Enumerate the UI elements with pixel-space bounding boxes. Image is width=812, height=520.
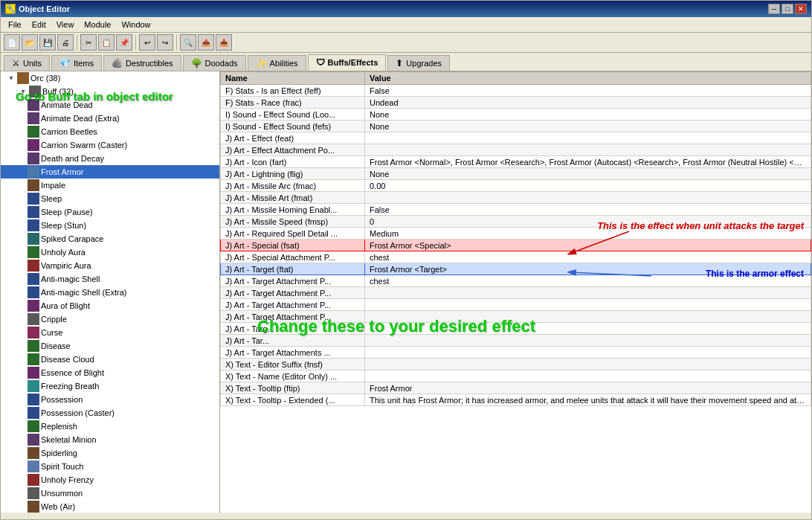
tree-item-carrion-beetles[interactable]: Carrion Beetles [1, 125, 219, 138]
tree-item-sleep[interactable]: Sleep [1, 192, 219, 205]
tree-item-disease-cloud[interactable]: Disease Cloud [1, 353, 219, 366]
table-row[interactable]: J) Art - Missile Art (fmat) [221, 192, 811, 204]
tab-buffs[interactable]: 🛡 Buffs/Effects [308, 54, 387, 71]
tab-items[interactable]: 💎 Items [51, 55, 102, 71]
tree-item-carrion-swarm[interactable]: Carrion Swarm (Caster) [1, 138, 219, 152]
table-row[interactable]: I) Sound - Effect Sound (fefs)None [221, 121, 811, 132]
menu-window[interactable]: Window [117, 19, 155, 31]
tree-buff-group[interactable]: ▼ Buff (32) [1, 85, 219, 98]
table-row[interactable]: J) Art - Tar... [221, 335, 811, 347]
table-row[interactable]: J) Art - Target Attachment P...chest [221, 275, 811, 287]
table-row[interactable]: J) Art - Target Attachment P... [221, 311, 811, 323]
tree-icon-11 [28, 246, 39, 258]
tree-item-animate-dead[interactable]: Animate Dead [1, 98, 219, 112]
tree-expander-orc[interactable]: ▼ [5, 72, 17, 84]
tree-item-death-decay[interactable]: Death and Decay [1, 152, 219, 165]
toolbar-paste[interactable]: 📌 [116, 34, 132, 51]
menu-file[interactable]: File [4, 19, 26, 31]
table-row[interactable]: J) Art - Special (fsat)Frost Armor <Spec… [221, 240, 811, 251]
tree-item-sleep-pause[interactable]: Sleep (Pause) [1, 205, 219, 219]
table-row[interactable]: X) Text - Editor Suffix (fnsf) [221, 359, 811, 370]
table-row[interactable]: J) Art - Icon (fart)Frost Armor <Normal>… [221, 156, 811, 168]
tab-upgrades[interactable]: ⬆ Upgrades [387, 55, 450, 71]
tree-root-orc[interactable]: ▼ Orc (38) [1, 71, 219, 85]
tree-item-spiderling[interactable]: Spiderling [1, 446, 219, 460]
tree-item-vampiric-aura[interactable]: Vampiric Aura [1, 259, 219, 272]
prop-name: X) Text - Name (Editor Only) ... [221, 370, 365, 382]
table-row[interactable]: J) Art - Effect (feat) [221, 132, 811, 144]
tree-item-disease[interactable]: Disease [1, 339, 219, 353]
table-row[interactable]: J) Art - Missile Arc (fmac)0.00 [221, 180, 811, 192]
tree-item-aura-blight[interactable]: Aura of Blight [1, 299, 219, 312]
table-row[interactable]: J) Art - Target Attachment P... [221, 287, 811, 299]
tab-doodads[interactable]: 🌳 Doodads [183, 55, 246, 71]
tree-item-anti-magic[interactable]: Anti-magic Shell [1, 272, 219, 286]
tab-units[interactable]: ⚔ Units [4, 55, 50, 71]
toolbar-new[interactable]: 📄 [4, 34, 20, 51]
tree-panel[interactable]: ▼ Orc (38) ▼ Buff (32) Animate Dead Anim… [1, 71, 220, 513]
menu-module[interactable]: Module [80, 19, 115, 31]
tree-item-unsummon[interactable]: Unsummon [1, 487, 219, 500]
toolbar-sep2 [135, 35, 136, 50]
table-row[interactable]: F) Stats - Is an Effect (feff)False [221, 85, 811, 97]
close-button[interactable]: ✕ [795, 4, 807, 14]
table-row[interactable]: X) Text - Tooltip - Extended (... This u… [221, 394, 811, 406]
toolbar-redo[interactable]: ↪ [157, 34, 173, 51]
tree-item-cripple[interactable]: Cripple [1, 312, 219, 326]
table-row[interactable]: J) Art - Target Attachment P... [221, 299, 811, 311]
tree-item-spiked-carapace[interactable]: Spiked Carapace [1, 232, 219, 245]
table-row[interactable]: J) Art - Required Spell Detail ...Medium [221, 228, 811, 240]
tab-upgrades-label: Upgrades [406, 59, 442, 68]
toolbar-print[interactable]: 🖨 [57, 34, 74, 51]
toolbar-undo[interactable]: ↩ [139, 34, 155, 51]
tree-item-possession[interactable]: Possession [1, 393, 219, 406]
tree-item-unholy-frenzy[interactable]: Unholy Frenzy [1, 473, 219, 487]
tree-item-essence-blight[interactable]: Essence of Blight [1, 366, 219, 379]
table-row[interactable]: J) Art - Special Attachment P...chest [221, 251, 811, 263]
minimize-button[interactable]: ─ [768, 4, 780, 14]
tree-item-impale[interactable]: Impale [1, 179, 219, 192]
prop-value: False [365, 204, 811, 216]
toolbar-sep3 [176, 35, 177, 50]
tab-abilities[interactable]: ✨ Abilities [248, 55, 306, 71]
tab-destructibles[interactable]: 🪨 Destructibles [103, 55, 181, 71]
toolbar-cut[interactable]: ✂ [80, 34, 97, 51]
tree-item-replenish[interactable]: Replenish [1, 420, 219, 433]
tree-icon-9 [28, 219, 39, 231]
table-row[interactable]: J) Art - Target (ftat)Frost Armor <Targe… [221, 263, 811, 275]
table-row[interactable]: I) Sound - Effect Sound (Loo...None [221, 109, 811, 121]
tree-item-possession-caster[interactable]: Possession (Caster) [1, 406, 219, 420]
table-row[interactable]: J) Art - Lightning (flig)None [221, 168, 811, 180]
table-row[interactable]: J) Art - Effect Attachment Po... [221, 144, 811, 156]
tree-item-skeletal-minion[interactable]: Skeletal Minion [1, 433, 219, 446]
prop-value: Frost Armor [365, 382, 811, 394]
table-row[interactable]: J) Art - Missile Speed (fmsp)0 [221, 216, 811, 228]
tree-expander-buff[interactable]: ▼ [17, 86, 29, 97]
tree-item-spirit-touch[interactable]: Spirit Touch [1, 460, 219, 473]
tree-item-frost-armor[interactable]: Frost Armor [1, 165, 219, 179]
table-row[interactable]: X) Text - Name (Editor Only) ... [221, 370, 811, 382]
tree-item-animate-dead-extra[interactable]: Animate Dead (Extra) [1, 112, 219, 125]
table-row[interactable]: J) Art - Targ... [221, 323, 811, 335]
toolbar-export[interactable]: 📤 [198, 34, 214, 51]
toolbar-open[interactable]: 📂 [22, 34, 38, 51]
table-row[interactable]: X) Text - Tooltip (ftip)Frost Armor [221, 382, 811, 394]
table-row[interactable]: J) Art - Target Attachments ... [221, 347, 811, 359]
properties-panel[interactable]: Name Value F) Stats - Is an Effect (feff… [220, 71, 811, 513]
tree-item-anti-magic-extra[interactable]: Anti-magic Shell (Extra) [1, 286, 219, 299]
tree-item-web-air[interactable]: Web (Air) [1, 500, 219, 513]
table-row[interactable]: F) Stats - Race (frac)Undead [221, 97, 811, 109]
toolbar-copy[interactable]: 📋 [98, 34, 115, 51]
tree-item-curse[interactable]: Curse [1, 326, 219, 339]
menu-edit[interactable]: Edit [28, 19, 51, 31]
maximize-button[interactable]: □ [782, 4, 793, 14]
tree-item-freezing-breath[interactable]: Freezing Breath [1, 379, 219, 393]
menu-view[interactable]: View [52, 19, 79, 31]
tree-item-unholy-aura[interactable]: Unholy Aura [1, 245, 219, 259]
prop-name: F) Stats - Is an Effect (feff) [221, 85, 365, 97]
tree-item-sleep-stun[interactable]: Sleep (Stun) [1, 219, 219, 232]
toolbar-find[interactable]: 🔍 [180, 34, 196, 51]
toolbar-import[interactable]: 📥 [216, 34, 232, 51]
toolbar-save[interactable]: 💾 [39, 34, 56, 51]
table-row[interactable]: J) Art - Missile Homing Enabl...False [221, 204, 811, 216]
